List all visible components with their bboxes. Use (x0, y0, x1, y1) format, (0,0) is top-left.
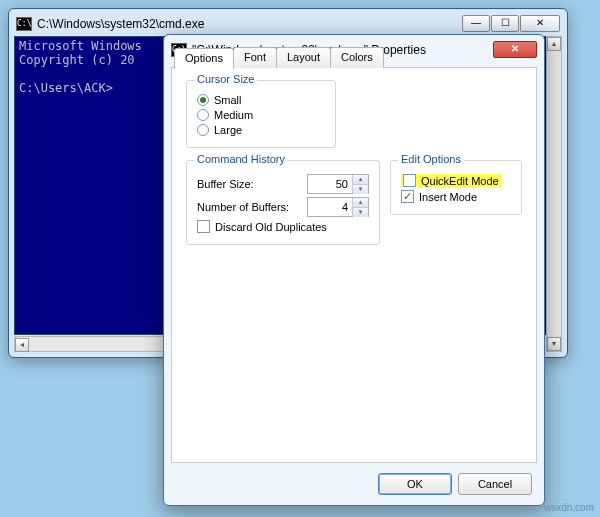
insert-mode-row[interactable]: ✓ Insert Mode (401, 190, 511, 203)
num-buffers-row: Number of Buffers: ▲ ▼ (197, 197, 369, 217)
props-body: Options Font Layout Colors Cursor Size S… (171, 67, 537, 463)
radio-medium-row[interactable]: Medium (197, 109, 325, 121)
scroll-left-icon[interactable]: ◂ (15, 338, 29, 352)
checkbox-icon[interactable]: ✓ (401, 190, 414, 203)
tab-font[interactable]: Font (233, 47, 277, 68)
tab-colors[interactable]: Colors (330, 47, 384, 68)
tab-content-options: Cursor Size Small Medium Large Comma (172, 68, 536, 269)
close-button[interactable]: ✕ (520, 15, 560, 32)
discard-duplicates-row[interactable]: Discard Old Duplicates (197, 220, 369, 233)
checkbox-icon[interactable] (403, 174, 416, 187)
tab-layout[interactable]: Layout (276, 47, 331, 68)
tab-strip: Options Font Layout Colors (174, 47, 383, 68)
spin-up-icon[interactable]: ▲ (353, 198, 368, 208)
scroll-down-icon[interactable]: ▾ (547, 337, 561, 351)
radio-icon[interactable] (197, 94, 209, 106)
radio-large-row[interactable]: Large (197, 124, 325, 136)
close-button[interactable]: ✕ (493, 41, 537, 58)
quickedit-row[interactable]: QuickEdit Mode (401, 174, 511, 187)
radio-large-label: Large (214, 124, 242, 136)
cmd-titlebar[interactable]: C:\ C:\Windows\system32\cmd.exe — ☐ ✕ (14, 14, 562, 36)
checkbox-icon[interactable] (197, 220, 210, 233)
group-title: Cursor Size (194, 73, 257, 85)
insert-mode-label: Insert Mode (419, 191, 477, 203)
buffer-size-row: Buffer Size: ▲ ▼ (197, 174, 369, 194)
buffer-size-spinner[interactable]: ▲ ▼ (307, 174, 369, 194)
ok-button[interactable]: OK (378, 473, 452, 495)
spin-down-icon[interactable]: ▼ (353, 208, 368, 217)
group-edit-options: Edit Options QuickEdit Mode ✓ Insert Mod… (390, 160, 522, 215)
radio-medium-label: Medium (214, 109, 253, 121)
num-buffers-label: Number of Buffers: (197, 201, 307, 213)
watermark: wsxdn.com (544, 502, 594, 513)
buffer-size-label: Buffer Size: (197, 178, 307, 190)
dialog-footer: OK Cancel (378, 473, 532, 495)
radio-icon[interactable] (197, 124, 209, 136)
tab-options[interactable]: Options (174, 48, 234, 69)
cmd-prompt: C:\Users\ACK> (19, 81, 113, 95)
cmd-line: Microsoft Windows (19, 39, 142, 53)
radio-small-row[interactable]: Small (197, 94, 325, 106)
maximize-button[interactable]: ☐ (491, 15, 519, 32)
cmd-icon: C:\ (16, 17, 32, 31)
cancel-button[interactable]: Cancel (458, 473, 532, 495)
scroll-up-icon[interactable]: ▴ (547, 37, 561, 51)
group-title: Edit Options (398, 153, 464, 165)
num-buffers-spinner[interactable]: ▲ ▼ (307, 197, 369, 217)
num-buffers-input[interactable] (308, 198, 352, 216)
radio-small-label: Small (214, 94, 242, 106)
properties-dialog: C:\ "C:\Windows\system32\cmd.exe" Proper… (163, 34, 545, 506)
cmd-title: C:\Windows\system32\cmd.exe (37, 17, 462, 31)
group-command-history: Command History Buffer Size: ▲ ▼ (186, 160, 380, 245)
spin-down-icon[interactable]: ▼ (353, 185, 368, 194)
cmd-line: Copyright (c) 20 (19, 53, 135, 67)
minimize-button[interactable]: — (462, 15, 490, 32)
discard-duplicates-label: Discard Old Duplicates (215, 221, 327, 233)
spin-up-icon[interactable]: ▲ (353, 175, 368, 185)
group-title: Command History (194, 153, 288, 165)
group-cursor-size: Cursor Size Small Medium Large (186, 80, 336, 148)
radio-icon[interactable] (197, 109, 209, 121)
buffer-size-input[interactable] (308, 175, 352, 193)
quickedit-label: QuickEdit Mode (421, 175, 499, 187)
scrollbar-vertical[interactable]: ▴ ▾ (546, 36, 562, 352)
